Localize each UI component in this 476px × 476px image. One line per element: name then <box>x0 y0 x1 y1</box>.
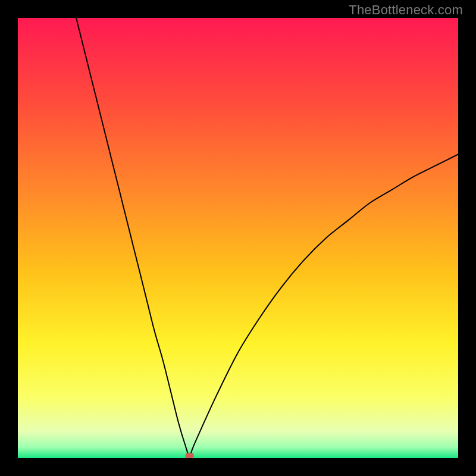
plot-svg <box>18 18 458 458</box>
plot-area <box>18 18 458 458</box>
chart-frame: TheBottleneck.com <box>0 0 476 476</box>
optimal-marker <box>186 453 194 458</box>
gradient-background <box>18 18 458 458</box>
watermark-text: TheBottleneck.com <box>349 2 463 18</box>
